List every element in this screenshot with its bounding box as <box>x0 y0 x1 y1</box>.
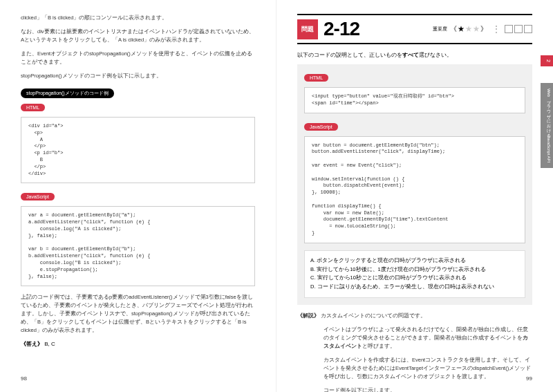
option-a: A. ボタンをクリックすると現在の日時がブラウザに表示される <box>310 256 519 265</box>
question-header: 問題 2-12 重要度 《★★★》 ⋮ <box>297 14 532 44</box>
intro-text-3: また、EventオブジェクトのstopPropagation()メソッドを使用す… <box>21 50 255 66</box>
intro-text-2: なお、div要素には親要素のイベントリスナまたはイベントハンドラが定義されていな… <box>21 28 255 44</box>
checkbox-2[interactable] <box>514 25 523 33</box>
html-code: <div id="a"> <p> A </p> <p id="b"> B </p… <box>28 123 247 177</box>
html-code-box-right: <input type="button" value="現在日時取得" id="… <box>304 87 525 113</box>
checkbox-3[interactable] <box>524 25 532 33</box>
separator-dots: ⋮ <box>492 27 500 31</box>
js-code-box-right: var button = document.getElementById("bt… <box>304 136 525 243</box>
html-label: HTML <box>21 104 45 111</box>
kaisetsu-row: 《解説》 カスタムイベントのについての問題です。 <box>297 312 532 320</box>
html-label-right: HTML <box>304 74 328 82</box>
page-number-left: 98 <box>21 375 27 382</box>
explanation: 上記のコード例では、子要素であるp要素のaddEventListener()メソ… <box>21 293 255 335</box>
checkboxes <box>505 25 532 33</box>
mondai-number: 2-12 <box>324 18 359 40</box>
answer-row: 《答え》 B, C <box>21 340 255 348</box>
answer-label: 《答え》 <box>21 341 43 347</box>
js-code-box: var a = document.getElementById("a"); a.… <box>21 206 255 286</box>
chapter-tab: 2章 <box>541 55 553 66</box>
js-code-right: var button = document.getElementById("bt… <box>312 142 518 237</box>
mondai-tag: 問題 <box>297 19 318 39</box>
intro-text-1: clicked」「B is clicked」の順にコンソールに表示されます。 <box>21 14 255 22</box>
answer-value: B, C <box>44 341 55 347</box>
checkbox-1[interactable] <box>505 25 513 33</box>
answer-options: A. ボタンをクリックすると現在の日時がブラウザに表示される B. 実行してから… <box>304 250 525 298</box>
page-number-right: 99 <box>526 375 532 382</box>
code-container: HTML <input type="button" value="現在日時取得"… <box>297 64 532 305</box>
js-label-right: JavaScript <box>304 123 338 131</box>
kaisetsu-2: イベントはブラウザによって発火されるだけでなく、開発者が独自に作成し、任意のタイ… <box>297 326 532 351</box>
js-code: var a = document.getElementById("a"); a.… <box>28 212 247 280</box>
kaisetsu-label: 《解説》 <box>297 312 319 319</box>
html-code-box: <div id="a"> <p> A </p> <p id="b"> B </p… <box>21 117 255 183</box>
html-code-right: <input type="button" value="現在日時取得" id="… <box>312 93 518 107</box>
chapter-subtitle-tab: WebブラウザにおけるJavaScript API <box>541 83 553 168</box>
kaisetsu-4: コード例を以下に示します。 <box>297 386 532 392</box>
intro-text-4: stopPropagation()メソッドのコード例を以下に示します。 <box>21 72 255 80</box>
left-page: clicked」「B is clicked」の順にコンソールに表示されます。 な… <box>0 0 276 392</box>
option-c: C. 実行してから10秒ごとに現在の日時がブラウザに表示される <box>310 274 519 283</box>
option-d: D. コードに誤りがあるため、エラーが発生し、現在の日時は表示されない <box>310 283 519 292</box>
kaisetsu-3: カスタムイベントを作成するには、Eventコンストラクタを使用します。そして、イ… <box>297 356 532 381</box>
question-text: 以下のコードの説明として、正しいものをすべて選びなさい。 <box>297 51 532 59</box>
js-label: JavaScript <box>21 193 55 200</box>
code-example-title: stopPropagation()メソッドのコード例 <box>21 88 114 98</box>
option-b: B. 実行してから10秒後に、1度だけ現在の日時がブラウザに表示される <box>310 265 519 274</box>
difficulty-stars: 《★★★》 <box>450 24 488 34</box>
difficulty-label: 重要度 <box>433 26 447 32</box>
kaisetsu-1: カスタムイベントのについての問題です。 <box>321 312 426 319</box>
right-page: 問題 2-12 重要度 《★★★》 ⋮ 以下のコードの説明として、正しいものをす… <box>276 0 553 392</box>
